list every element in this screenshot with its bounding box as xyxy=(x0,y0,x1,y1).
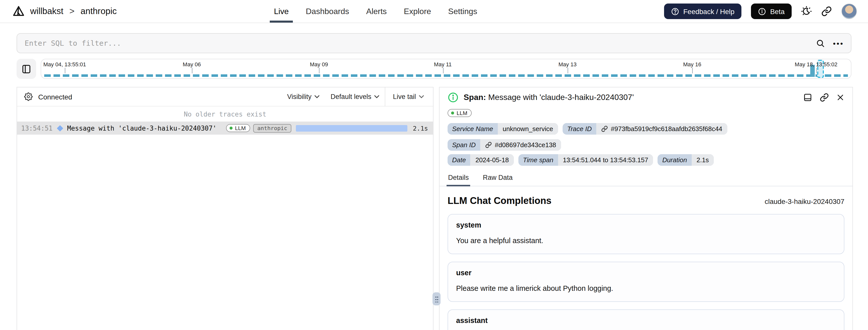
timeline-chart[interactable]: May 04, 13:55:01May 06May 09May 11May 13… xyxy=(41,59,851,79)
message-paragraph: Please write me a limerick about Python … xyxy=(456,283,836,294)
timeline-baseline xyxy=(44,74,848,77)
tab-dashboards[interactable]: Dashboards xyxy=(302,0,353,23)
trace-row[interactable]: 13:54:51 Message with 'claude-3-haiku-20… xyxy=(17,122,433,134)
chevron-down-icon xyxy=(374,95,379,98)
more-options-icon[interactable]: ••• xyxy=(833,39,844,47)
breadcrumb-separator: > xyxy=(69,6,74,17)
span-properties: Service Nameunknown_serviceTrace ID#973f… xyxy=(439,123,852,166)
tab-explore[interactable]: Explore xyxy=(400,0,435,23)
panel-resize-handle[interactable] xyxy=(433,292,440,305)
trace-row-meta: LLM anthropic 2.1s xyxy=(226,124,428,132)
main-content: Connected Visibility Default levels xyxy=(17,87,853,330)
timeline-tick-label: May 04, 13:55:01 xyxy=(43,61,86,67)
message-card-system: systemYou are a helpful assistant. xyxy=(447,214,844,254)
breadcrumb-workspace[interactable]: willbakst xyxy=(30,6,63,17)
filter-bar: ••• xyxy=(17,33,851,53)
llm-status-dot xyxy=(229,127,232,129)
span-tab-details[interactable]: Details xyxy=(447,174,469,186)
live-tail-dropdown[interactable]: Live tail xyxy=(385,87,433,106)
link-icon xyxy=(601,126,608,132)
provider-badge: anthropic xyxy=(253,124,291,132)
model-name: claude-3-haiku-20240307 xyxy=(765,198,844,205)
property-pill-trace-id[interactable]: Trace ID#973fba5919cf9c618aafdb2635f68c4… xyxy=(563,123,727,134)
span-title: Span: Message with 'claude-3-haiku-20240… xyxy=(464,93,634,102)
timeline-tick xyxy=(192,68,192,73)
property-pill-span-id[interactable]: Span ID#d08697de343ce138 xyxy=(447,139,561,151)
breadcrumb-project[interactable]: anthropic xyxy=(81,6,117,17)
message-card-user: userPlease write me a limerick about Pyt… xyxy=(447,262,844,302)
timeline-tick xyxy=(443,68,443,73)
timeline-tick-label: May 16 xyxy=(683,61,701,67)
message-paragraph: You are a helpful assistant. xyxy=(456,236,836,246)
gear-icon[interactable] xyxy=(24,92,33,101)
search-icon[interactable] xyxy=(816,38,825,48)
trace-timestamp: 13:54:51 xyxy=(21,124,53,132)
trace-list-panel: Connected Visibility Default levels xyxy=(17,87,434,330)
tab-settings[interactable]: Settings xyxy=(444,0,481,23)
top-right-actions: Feedback / Help Beta xyxy=(664,3,857,19)
property-key: Span ID xyxy=(447,139,480,151)
timeline-tick xyxy=(568,68,568,73)
message-card-assistant: assistantHere's a limerick about Python … xyxy=(447,309,844,330)
close-icon[interactable] xyxy=(836,93,844,101)
section-title: LLM Chat Completions xyxy=(447,196,552,206)
property-key: Time span xyxy=(518,154,558,166)
property-pill-time-span: Time span13:54:51.044 to 13:54:53.157 xyxy=(518,154,653,166)
property-row: Service Nameunknown_serviceTrace ID#973f… xyxy=(447,123,844,151)
app-window: willbakst > anthropic LiveDashboardsAler… xyxy=(0,0,868,330)
message-role: system xyxy=(456,221,836,229)
top-nav: willbakst > anthropic LiveDashboardsAler… xyxy=(0,0,868,23)
property-key: Service Name xyxy=(447,123,498,134)
timeline-tick-label: May 18, 13:55:02 xyxy=(795,61,837,67)
trace-list-header: Connected Visibility Default levels xyxy=(17,87,433,107)
message-role: user xyxy=(456,269,836,277)
llm-status-dot xyxy=(451,112,454,115)
drag-dots-icon xyxy=(435,296,438,302)
chevron-down-icon xyxy=(419,95,424,98)
timeline-tick xyxy=(65,68,65,73)
span-info-icon xyxy=(447,92,459,103)
timeline-tick xyxy=(692,68,693,73)
tab-live[interactable]: Live xyxy=(270,0,293,23)
breadcrumb: willbakst > anthropic xyxy=(12,5,117,18)
property-key: Trace ID xyxy=(563,123,596,134)
property-value: 2024-05-18 xyxy=(470,154,514,166)
theme-toggle-icon[interactable] xyxy=(801,6,812,17)
lilypad-logo-icon[interactable] xyxy=(12,5,25,18)
default-levels-dropdown[interactable]: Default levels xyxy=(325,87,385,106)
beta-button[interactable]: Beta xyxy=(751,3,792,19)
span-tab-raw-data[interactable]: Raw Data xyxy=(483,174,514,186)
panel-bottom-icon[interactable] xyxy=(803,93,812,102)
message-role: assistant xyxy=(456,317,836,325)
property-value: 2.1s xyxy=(691,154,714,166)
link-icon xyxy=(485,142,492,148)
timeline-tick-label: May 13 xyxy=(559,61,577,67)
property-pill-duration: Duration2.1s xyxy=(658,154,714,166)
tab-alerts[interactable]: Alerts xyxy=(362,0,391,23)
property-value: unknown_service xyxy=(498,123,558,134)
span-detail-panel: Span: Message with 'claude-3-haiku-20240… xyxy=(439,87,853,330)
span-header: Span: Message with 'claude-3-haiku-20240… xyxy=(439,87,852,108)
copy-link-icon[interactable] xyxy=(820,93,829,102)
property-key: Date xyxy=(447,154,470,166)
section-header: LLM Chat Completions claude-3-haiku-2024… xyxy=(439,196,852,206)
visibility-dropdown[interactable]: Visibility xyxy=(282,87,325,106)
timeline-tick xyxy=(816,68,816,73)
share-link-icon[interactable] xyxy=(821,6,832,17)
trace-list-controls: Visibility Default levels Live tail xyxy=(282,87,433,106)
timeline-tick-label: May 06 xyxy=(183,61,201,67)
feedback-help-button[interactable]: Feedback / Help xyxy=(664,3,741,19)
panel-toggle-icon[interactable] xyxy=(17,59,36,79)
span-diamond-icon xyxy=(57,125,63,131)
property-row: Date2024-05-18Time span13:54:51.044 to 1… xyxy=(447,154,844,166)
trace-duration-bar xyxy=(296,125,407,131)
connection-status: Connected xyxy=(38,93,72,101)
trace-duration: 2.1s xyxy=(413,124,428,132)
llm-badge: LLM xyxy=(226,124,250,132)
sql-filter-input[interactable] xyxy=(17,33,851,53)
timeline-tick xyxy=(319,68,319,73)
nav-tabs: LiveDashboardsAlertsExploreSettings xyxy=(266,0,486,23)
user-avatar[interactable] xyxy=(841,3,857,19)
span-header-icons xyxy=(803,93,844,102)
no-older-traces-message: No older traces exist xyxy=(17,107,433,122)
